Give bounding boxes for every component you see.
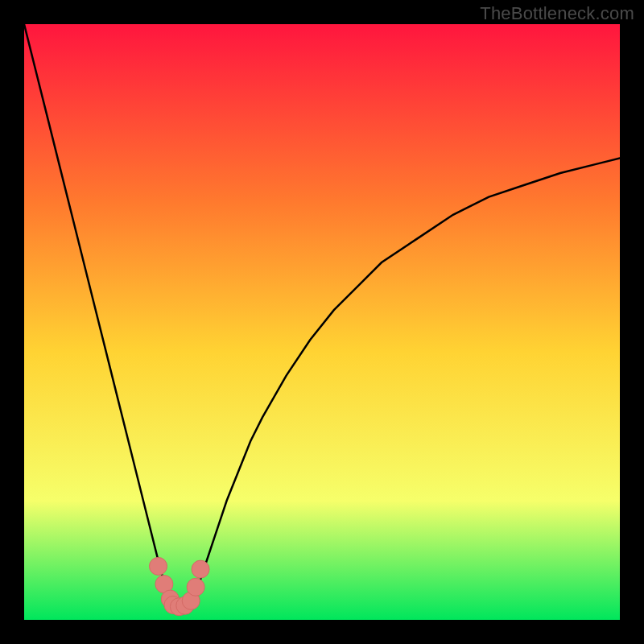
- marker-point: [150, 557, 167, 575]
- marker-point: [192, 560, 209, 578]
- watermark-text: TheBottleneck.com: [480, 3, 634, 24]
- chart-frame: TheBottleneck.com: [0, 0, 644, 644]
- plot-svg: [24, 24, 620, 620]
- plot-area: [24, 24, 620, 620]
- gradient-background: [24, 24, 620, 620]
- marker-point: [187, 578, 204, 596]
